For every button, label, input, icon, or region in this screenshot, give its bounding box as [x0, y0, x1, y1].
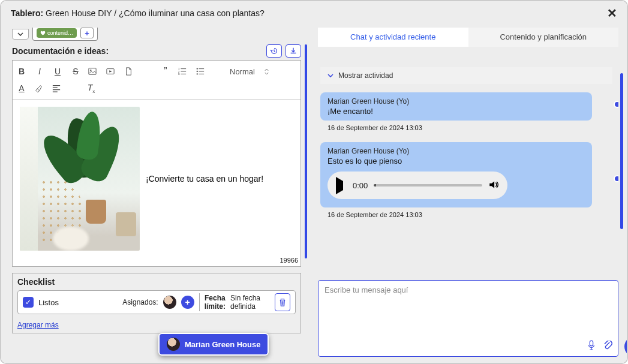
add-tag-button[interactable]: + — [80, 28, 94, 38]
message-composer[interactable]: Escribe tu mensaje aquí — [318, 280, 618, 357]
board-path: Green House DIY / ¿Cómo iluminar una cas… — [43, 8, 265, 18]
tag-chip[interactable]: contenid… — [37, 28, 77, 38]
download-icon[interactable] — [286, 44, 301, 58]
rich-text-editor[interactable]: B I U S ” 123 Normal — [12, 60, 301, 267]
highlight-icon[interactable] — [34, 84, 45, 92]
audio-player[interactable]: 0:00 — [327, 172, 507, 199]
modal: Tablero: Green House DIY / ¿Cómo ilumina… — [0, 0, 628, 364]
tab-bar: Chat y actividad reciente Contenido y pl… — [318, 28, 618, 47]
due-label-1: Fecha — [205, 294, 226, 302]
add-more-link[interactable]: Agregar más — [17, 321, 59, 329]
add-assignee-button[interactable]: + — [181, 296, 194, 309]
section-doc-title: Documentación e ideas: — [12, 46, 109, 56]
char-count: 19966 — [13, 257, 301, 266]
presence-dot — [614, 175, 618, 182]
due-value-1: Sin fecha — [230, 294, 270, 302]
checklist-row: ✓ Listos Asignados: + Fecha límite: Sin … — [17, 290, 296, 314]
delete-icon[interactable] — [275, 293, 290, 311]
svg-text:3: 3 — [178, 73, 180, 76]
image-icon[interactable] — [88, 67, 99, 76]
attachment-icon[interactable] — [603, 341, 613, 353]
right-pane: Chat y actividad reciente Contenido y pl… — [307, 23, 627, 363]
bullet-list-icon[interactable] — [196, 67, 207, 76]
assigned-label: Asignados: — [122, 298, 158, 306]
modal-title: Tablero: Green House DIY / ¿Cómo ilumina… — [11, 8, 265, 18]
format-select[interactable]: Normal — [230, 67, 269, 76]
close-icon[interactable]: ✕ — [607, 6, 617, 20]
board-label: Tablero: — [11, 8, 43, 18]
chat-area: Mostrar actividad Marian Green House (Yo… — [318, 47, 618, 276]
tooltip-name: Marian Green House — [185, 340, 260, 349]
underline-icon[interactable]: U — [52, 67, 63, 76]
svg-point-10 — [197, 71, 198, 72]
speaker-icon[interactable] — [488, 179, 499, 192]
msg1-time: 16 de September de 2024 13:03 — [327, 124, 618, 131]
left-scrollbar[interactable] — [305, 44, 307, 258]
editor-text: ¡Convierte tu casa en un hogar! — [146, 174, 263, 183]
chat-message-2: Marian Green House (Yo) Esto es lo que p… — [320, 142, 592, 207]
modal-header: Tablero: Green House DIY / ¿Cómo ilumina… — [1, 1, 627, 23]
checklist-item-label: Listos — [38, 298, 118, 307]
assignee-tooltip: Marian Green House — [158, 333, 269, 356]
tooltip-avatar — [167, 338, 180, 351]
msg1-body: ¡Me encanto! — [327, 107, 585, 116]
video-icon[interactable] — [106, 67, 117, 76]
show-activity-toggle[interactable]: Mostrar actividad — [320, 67, 612, 84]
chevron-down-icon[interactable] — [12, 29, 29, 40]
due-value-2: definida — [230, 302, 270, 311]
checkbox[interactable]: ✓ — [23, 297, 34, 308]
svg-rect-19 — [590, 341, 593, 346]
quote-icon[interactable]: ” — [160, 66, 171, 77]
editor-body[interactable]: ¡Convierte tu casa en un hogar! — [13, 100, 301, 257]
chat-message-1: Marian Green House (Yo) ¡Me encanto! — [320, 92, 592, 121]
checklist-panel: Checklist ✓ Listos Asignados: + Fecha lí… — [12, 273, 301, 333]
italic-icon[interactable]: I — [34, 67, 45, 76]
mic-icon[interactable] — [587, 340, 596, 353]
audio-time: 0:00 — [353, 181, 368, 190]
assignee-avatar[interactable] — [163, 296, 176, 309]
msg1-sender: Marian Green House (Yo) — [327, 97, 585, 106]
ordered-list-icon[interactable]: 123 — [178, 67, 189, 76]
file-icon[interactable] — [124, 67, 135, 76]
msg2-sender: Marian Green House (Yo) — [327, 147, 585, 155]
tab-chat[interactable]: Chat y actividad reciente — [318, 28, 468, 47]
msg2-body: Esto es lo que pienso — [327, 157, 585, 166]
right-scrollbar[interactable] — [620, 73, 623, 229]
composer-placeholder: Escribe tu mensaje aquí — [324, 285, 408, 294]
bold-icon[interactable]: B — [16, 67, 27, 76]
svg-point-1 — [90, 70, 91, 71]
presence-dot — [614, 101, 618, 108]
clear-format-icon[interactable]: Tx — [86, 83, 97, 94]
send-button[interactable] — [624, 336, 627, 357]
audio-progress[interactable] — [374, 184, 482, 186]
history-icon[interactable] — [266, 44, 282, 58]
tab-plan[interactable]: Contenido y planificación — [468, 28, 619, 47]
editor-image — [20, 107, 140, 251]
text-color-icon[interactable]: A — [16, 83, 27, 93]
due-label-2: límite: — [205, 302, 226, 311]
svg-point-9 — [197, 68, 198, 69]
strike-icon[interactable]: S — [70, 67, 81, 76]
svg-point-11 — [197, 73, 198, 74]
align-icon[interactable] — [52, 84, 63, 92]
editor-toolbar: B I U S ” 123 Normal — [13, 61, 301, 100]
play-icon[interactable] — [336, 181, 343, 190]
left-pane: contenid… + Documentación e ideas: — [1, 23, 307, 363]
svg-rect-0 — [89, 68, 96, 75]
checklist-title: Checklist — [17, 277, 296, 287]
msg2-time: 16 de September de 2024 13:03 — [327, 211, 618, 218]
